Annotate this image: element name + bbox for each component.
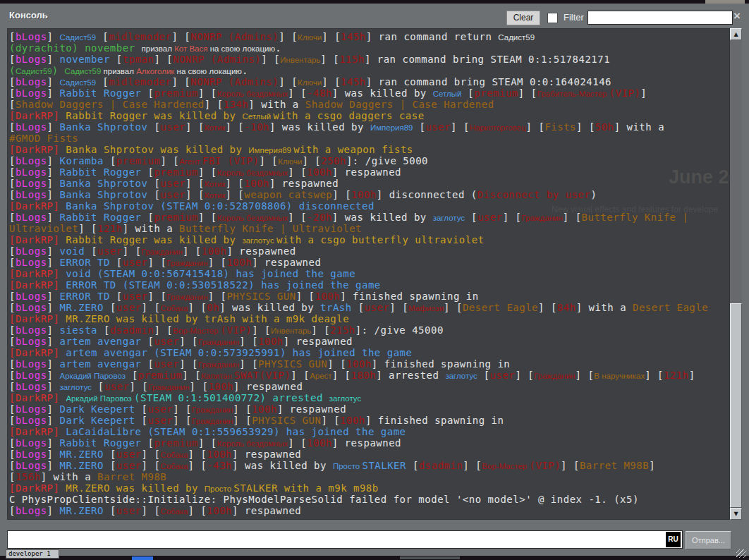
log-line: [DarkRP] Banka_Shprotov (STEAM_0:0:52870… — [9, 200, 727, 212]
background-taskbar-fragment-gray — [400, 556, 460, 559]
log-line: [bLogs] Rabbit Rogger [premium] [Король … — [9, 166, 727, 178]
resize-grip-icon[interactable] — [736, 549, 746, 558]
log-line: [bLogs] Banka_Shprotov [user] [Котик] [-… — [9, 121, 727, 133]
log-line: [156h] with a Barret M98B — [9, 471, 727, 482]
window-title: Консоль — [9, 10, 48, 20]
log-line: [DarkRP] Аркадий Паровоз (STEAM_0:1:5014… — [9, 392, 727, 403]
send-button[interactable]: Отправ... — [686, 531, 731, 549]
log-line: [bLogs] Dark Keepert [user] [Гражданин] … — [9, 403, 727, 415]
log-line: [Shadow Daggers | Case Hardened] [134h] … — [9, 99, 727, 110]
developer-tab[interactable]: developer 1 — [6, 549, 59, 559]
filter-checkbox[interactable] — [547, 13, 558, 23]
log-line: Ultraviolet] [121h] with a Butterfly Kni… — [9, 223, 727, 234]
log-line: [bLogs] Dark Keepert [user] [Гражданин] … — [9, 415, 727, 426]
log-line: (Садист59) Садист59 призвал Алкоголик на… — [9, 65, 727, 76]
scrollbar-thumb[interactable] — [730, 303, 742, 508]
log-line: [bLogs] artem_avengar [user] [Гражданин]… — [9, 336, 727, 347]
log-line: [bLogs] MR.ZERO [user] [Собака] [-43h] w… — [9, 460, 727, 471]
log-line: #GMOD_Fists — [9, 133, 727, 144]
log-line: [DarkRP] Banka_Shprotov was killed by Им… — [9, 144, 727, 155]
log-line: [bLogs] ERROR_TD [user] [Гражданин] [100… — [9, 257, 727, 268]
console-command-input[interactable] — [7, 530, 683, 549]
log-line: [DarkRP] artem_avengar (STEAM_0:0:573925… — [9, 347, 727, 358]
log-line: [DarkRP] MR.ZERO was killed by trAsh wit… — [9, 313, 727, 324]
log-line: [bLogs] ERROR_TD [user] [Гражданин] [PHY… — [9, 291, 727, 302]
log-line: [DarkRP] ERROR_TD (STEAM_0:0:530518522) … — [9, 279, 727, 291]
log-line: [bLogs] MR.ZERO [user] [Собака] [100h] r… — [9, 449, 727, 460]
console-window: Консоль Clear Filter × June 2023 Updat N… — [0, 4, 749, 556]
log-line: [bLogs] Садист59 [midlemoder] [NONRP (Ad… — [9, 76, 727, 87]
filter-input[interactable] — [587, 11, 733, 25]
log-line: [bLogs] siesta [dsadmin] [Вор-Мастер (VI… — [9, 324, 727, 336]
titlebar: Консоль Clear Filter × — [0, 4, 749, 28]
log-line: [bLogs] artem_avengar [user] [Гражданин]… — [9, 358, 727, 370]
filter-label: Filter — [564, 12, 584, 23]
log-line: [bLogs] void [user] [Гражданин] [100h] r… — [9, 245, 727, 257]
log-line: [bLogs] Аркадий Паровоз [premium] [Капит… — [9, 370, 727, 381]
log-line: [bLogs] Садист59 [midlemoder] [NONRP (Ad… — [9, 31, 727, 42]
log-line: [bLogs] Koramba [premium] [Агент FBI (VI… — [9, 155, 727, 166]
scrollbar-down-button[interactable]: ▼ — [730, 508, 742, 520]
background-taskbar-fragment-blue — [132, 556, 153, 560]
scrollbar-up-button[interactable]: ▲ — [730, 28, 742, 40]
close-icon[interactable]: × — [733, 9, 741, 23]
log-line: [bLogs] november [tpman] [NONRP (Admins)… — [9, 54, 727, 65]
clear-button[interactable]: Clear — [506, 11, 540, 25]
scrollbar[interactable]: ▲ ▼ — [730, 28, 742, 520]
log-line: (dyrachito) november призвал Кот Вася на… — [9, 42, 727, 54]
log-line: [bLogs] MR.ZERO [user] [Собака] [0h] was… — [9, 302, 727, 313]
log-line: [bLogs] Rabbit Rogger [premium] [Король … — [9, 212, 727, 223]
log-line: [bLogs] заглотус [user] [Гражданин] [100… — [9, 381, 727, 392]
log-line: C_PhysPropClientside::Initialize: PhysMo… — [9, 494, 727, 505]
log-line: [bLogs] Rabbit Rogger [premium] [Король … — [9, 437, 727, 449]
console-log: June 2023 Updat New visual effects and f… — [7, 28, 730, 520]
keyboard-language-badge[interactable]: RU — [666, 532, 681, 547]
log-line: [DarkRP] MR.ZERO was killed by Просто ST… — [9, 482, 727, 494]
log-line: [DarkRP] Rabbit Rogger was killed by Сет… — [9, 110, 727, 121]
log-line: [bLogs] Banka_Shprotov [user] [Котик] [w… — [9, 189, 727, 200]
log-line: [DarkRP] void (STEAM_0:0:567415418) has … — [9, 268, 727, 279]
log-line: [DarkRP] Rabbit Rogger was killed by заг… — [9, 234, 727, 245]
log-line: [bLogs] Banka_Shprotov [user] [Котик] [1… — [9, 178, 727, 189]
log-line: [bLogs] MR.ZERO [user] [Собака] [100h] r… — [9, 505, 727, 516]
log-line: [bLogs] Rabbit Rogger [premium] [Король … — [9, 87, 727, 99]
log-line: [DarkRP] LaCaidaLibre (STEAM_0:1:5596539… — [9, 426, 727, 437]
log-lines: [bLogs] Садист59 [midlemoder] [NONRP (Ad… — [9, 31, 727, 516]
